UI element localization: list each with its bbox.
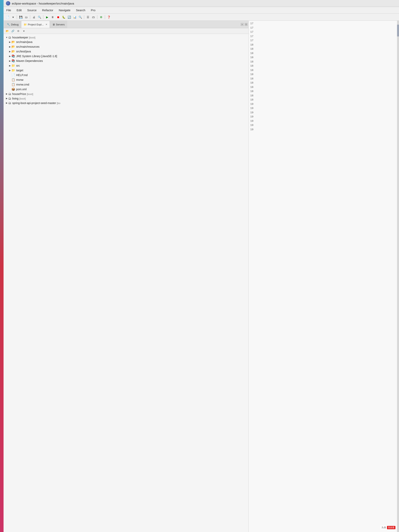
toolbar-separator-3 xyxy=(43,15,43,19)
window-button[interactable]: 🗃 xyxy=(91,15,96,19)
watermark-text: 头条 xyxy=(381,526,386,529)
tree-item-help[interactable]: 📄 HELP.md xyxy=(4,73,248,77)
tree-item-housekeeper[interactable]: ▼ 🗂 housekeeper [boot] xyxy=(4,35,248,40)
pause-button[interactable]: ⏸ xyxy=(50,15,55,19)
icon-living: 🗂 xyxy=(8,97,11,100)
label-target: target xyxy=(16,69,23,72)
right-scrollbar[interactable] xyxy=(397,21,399,532)
menu-refactor[interactable]: Refactor xyxy=(39,8,56,13)
icon-src-main-java: 📂 xyxy=(12,40,15,44)
tab-debug-label: Debug xyxy=(11,23,19,26)
save-all-button[interactable]: 🗂 xyxy=(24,15,29,19)
tab-servers-label: Servers xyxy=(56,23,65,26)
tree-item-jre[interactable]: ▶ 📚 JRE System Library [JavaSE-1.8] xyxy=(4,54,248,58)
line-7: 18 xyxy=(249,47,399,51)
sync-btn[interactable]: ⚙ xyxy=(16,29,20,33)
menu-bar: File Edit Source Refactor Navigate Searc… xyxy=(4,7,399,14)
tree-item-src-main-java[interactable]: ▶ 📂 src/main/java xyxy=(4,40,248,44)
run-button[interactable]: ▶ xyxy=(45,15,50,19)
menu-source[interactable]: Source xyxy=(25,8,39,13)
label-jre: JRE System Library [JavaSE-1.8] xyxy=(16,55,57,58)
layout-button[interactable]: ☰ xyxy=(86,15,90,19)
arrow-houseprice: ▶ xyxy=(5,93,8,95)
stop-button[interactable]: ⏹ xyxy=(56,15,61,19)
menu-edit[interactable]: Edit xyxy=(14,8,25,13)
scrollbar-thumb[interactable] xyxy=(397,25,399,37)
tree-item-maven[interactable]: ▶ 📚 Maven Dependencies xyxy=(4,58,248,63)
title-bar: eclipse-workspace - housekeeper/src/main… xyxy=(4,0,399,7)
collapse-all-btn[interactable]: 📂 xyxy=(5,29,9,33)
tree-item-mvnw-cmd[interactable]: 📋 mvnw.cmd xyxy=(4,82,248,87)
tree-item-spring-boot-api[interactable]: ▶ 🗂 spring-boot-api-project-seed-master … xyxy=(4,101,248,105)
tree-view: ▼ 🗂 housekeeper [boot] ▶ 📂 src/main/java xyxy=(4,34,248,532)
line-1: 17 xyxy=(249,21,399,26)
tab-project-explorer[interactable]: 📁 Project Expl... ✕ xyxy=(21,21,50,28)
run2-button[interactable]: 🔄 xyxy=(67,15,71,19)
icon-jre: 📚 xyxy=(12,54,15,58)
tab-close-icon[interactable]: ✕ xyxy=(45,23,47,26)
icon-target: 📁 xyxy=(12,69,15,72)
profile2-button[interactable]: 🔍 xyxy=(78,15,82,19)
help-button[interactable]: ❓ xyxy=(106,15,111,19)
tree-item-src-test-java[interactable]: ▶ 📂 src/test/java xyxy=(4,49,248,54)
tree-item-houseprice[interactable]: ▶ 🗂 housePrice [boot] xyxy=(4,92,248,96)
new-button[interactable]: 📄 xyxy=(5,15,10,19)
line-13: 18 xyxy=(249,72,399,77)
menu-pro[interactable]: Pro xyxy=(88,8,98,13)
arrow-src-main-resources: ▶ xyxy=(8,45,12,48)
line-6: 18 xyxy=(249,43,399,47)
toolbar-separator-5 xyxy=(97,15,97,19)
menu-file[interactable]: File xyxy=(4,8,14,13)
dropdown-arrow[interactable]: ▾ xyxy=(11,15,15,19)
tree-item-target[interactable]: ▶ 📁 target xyxy=(4,68,248,73)
left-panel: 🔧 Debug 📁 Project Expl... ✕ 🖥 Servers – … xyxy=(4,21,249,532)
line-19: 18 xyxy=(249,98,399,102)
tree-item-mvnw[interactable]: 📋 mvnw xyxy=(4,77,248,82)
icon-housekeeper: 🗂 xyxy=(8,36,11,39)
toolbar: 📄 ▾ 💾 🗂 🖨 🔍 ▶ ⏸ ⏹ 🐛 🔄 📊 🔍 ☰ 🗃 ⚙ ❓ xyxy=(4,14,399,21)
save-button[interactable]: 💾 xyxy=(18,15,23,19)
print-button[interactable]: 🖨 xyxy=(32,15,36,19)
link-btn[interactable]: 🔗 xyxy=(11,29,15,33)
line-21: 19 xyxy=(249,106,399,111)
arrow-maven: ▶ xyxy=(8,60,12,62)
label-mvnw: mvnw xyxy=(16,78,23,81)
line-20: 19 xyxy=(249,102,399,106)
profile-button[interactable]: 📊 xyxy=(72,15,77,19)
left-color-strip xyxy=(0,0,4,532)
tree-item-src[interactable]: ▶ 📁 src xyxy=(4,63,248,68)
icon-mvnw-cmd: 📋 xyxy=(12,83,15,86)
tree-item-pom[interactable]: 📦 pom.xml xyxy=(4,87,248,92)
search-button[interactable]: 🔍 xyxy=(37,15,42,19)
menu-navigate[interactable]: Navigate xyxy=(56,8,73,13)
settings-button[interactable]: ⚙ xyxy=(99,15,103,19)
tree-item-living[interactable]: ▶ 🗂 living [boot] xyxy=(4,96,248,101)
panel-toolbar: 📂 🔗 ⚙ ▾ xyxy=(4,28,248,34)
tab-servers[interactable]: 🖥 Servers xyxy=(50,21,67,28)
arrow-spring-boot-api: ▶ xyxy=(5,102,8,104)
icon-mvnw: 📋 xyxy=(12,78,15,82)
tab-debug[interactable]: 🔧 Debug xyxy=(4,21,21,28)
servers-icon: 🖥 xyxy=(52,23,55,26)
line-22: 19 xyxy=(249,111,399,115)
tree-item-src-main-resources[interactable]: ▶ 📂 src/main/resources xyxy=(4,44,248,49)
maximize-btn[interactable]: □ xyxy=(245,23,248,26)
debug-button[interactable]: 🐛 xyxy=(61,15,66,19)
right-panel: 17 17 17 17 17 18 18 18 18 18 18 18 18 1… xyxy=(249,21,399,532)
arrow-src: ▶ xyxy=(8,64,12,67)
title-text: eclipse-workspace - housekeeper/src/main… xyxy=(12,2,74,5)
icon-pom: 📦 xyxy=(12,88,15,91)
line-5: 17 xyxy=(249,38,399,43)
line-3: 17 xyxy=(249,30,399,34)
line-11: 18 xyxy=(249,64,399,68)
menu-btn[interactable]: ▾ xyxy=(22,29,26,33)
line-17: 18 xyxy=(249,89,399,94)
icon-src: 📁 xyxy=(12,64,15,67)
line-23: 19 xyxy=(249,115,399,119)
debug-icon: 🔧 xyxy=(7,23,10,26)
minimize-btn[interactable]: – xyxy=(241,23,244,26)
arrow-housekeeper: ▼ xyxy=(5,36,8,39)
main-area: 🔧 Debug 📁 Project Expl... ✕ 🖥 Servers – … xyxy=(4,21,399,532)
menu-search[interactable]: Search xyxy=(73,8,88,13)
arrow-src-test-java: ▶ xyxy=(8,50,12,53)
